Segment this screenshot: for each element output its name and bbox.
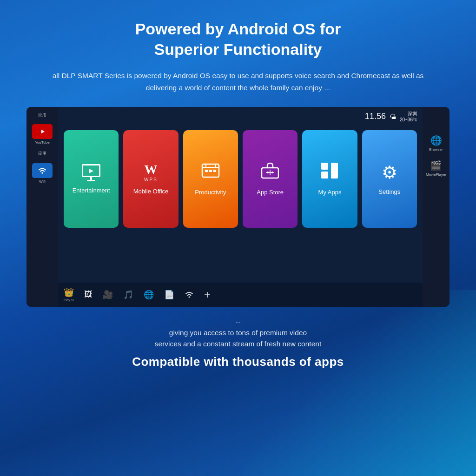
sidebar-app-browser[interactable]: 🌐 Browser (429, 135, 443, 152)
youtube-label: YouTube (35, 140, 49, 145)
app-card-app-store[interactable]: App Store (243, 130, 298, 228)
svg-rect-8 (209, 170, 212, 172)
wifi-label: Wifi (39, 179, 45, 184)
sidebar-app-youtube[interactable]: YouTube (26, 121, 58, 147)
sidebar-label-2: 应用 (26, 150, 58, 158)
svg-rect-18 (331, 167, 338, 178)
svg-point-19 (189, 296, 190, 298)
toolbar-music-icon[interactable]: 🎵 (123, 290, 133, 300)
app-grid: ▶ Entertainment W WPS Mobile Office (64, 130, 417, 228)
bottom-section: ... giving you access to tons of premium… (132, 317, 344, 370)
movieplayer-icon: 🎬 (430, 160, 442, 171)
right-sidebar: 🌐 Browser 🎬 MoviePlayer (423, 107, 450, 307)
time-weather: 11.56 🌤 深圳 20~36°c (365, 111, 417, 123)
tv-toolbar: 👑 Play Si 🖼 🎥 🎵 🌐 📄 + (26, 283, 450, 307)
play-store-icon: 👑 (64, 287, 74, 298)
toolbar-wifi-icon[interactable] (185, 291, 194, 299)
toolbar-video-icon[interactable]: 🎥 (103, 290, 113, 300)
sidebar-app-wifi[interactable]: Wifi (26, 160, 58, 186)
left-sidebar: 应用 YouTube 应用 (26, 107, 58, 307)
app-card-settings[interactable]: ⚙ Settings (362, 130, 417, 228)
browser-label: Browser (429, 147, 443, 152)
tv-inner: 应用 YouTube 应用 (26, 107, 450, 307)
movieplayer-label: MoviePlayer (426, 172, 446, 177)
app-store-icon (261, 162, 279, 183)
my-apps-label: My Apps (318, 189, 342, 196)
app-store-label: App Store (257, 189, 284, 196)
toolbar-add-icon[interactable]: + (204, 288, 211, 301)
toolbar-files-icon[interactable]: 📄 (164, 290, 174, 300)
tv-topbar: 11.56 🌤 深圳 20~36°c (26, 107, 450, 126)
entertainment-label: Entertainment (73, 187, 110, 194)
bottom-desc: giving you access to tons of premium vid… (155, 327, 321, 350)
entertainment-icon: ▶ (82, 164, 100, 181)
svg-point-2 (42, 172, 43, 173)
sidebar-app-movieplayer[interactable]: 🎬 MoviePlayer (426, 160, 446, 177)
svg-rect-15 (321, 163, 328, 170)
page-wrapper: Powered by Android OS for Superior Funct… (0, 0, 476, 383)
tv-main: ▶ Entertainment W WPS Mobile Office (26, 126, 450, 283)
tv-location: 深圳 20~36°c (400, 111, 417, 123)
mobile-office-label: Mobile Office (133, 188, 169, 195)
toolbar-browser-icon[interactable]: 🌐 (144, 290, 154, 300)
tv-time: 11.56 (365, 112, 386, 121)
wps-icon: W WPS (144, 163, 158, 182)
my-apps-icon (321, 162, 338, 183)
toolbar-gallery-icon[interactable]: 🖼 (84, 290, 93, 299)
app-card-mobile-office[interactable]: W WPS Mobile Office (123, 130, 178, 228)
browser-icon: 🌐 (430, 135, 442, 146)
tv-screen: 应用 YouTube 应用 (26, 107, 450, 307)
subtitle: all DLP SMART Series is powered by Andro… (45, 70, 431, 93)
productivity-label: Productivity (195, 189, 226, 196)
weather-icon: 🌤 (390, 113, 396, 120)
wifi-sidebar-icon (32, 163, 53, 178)
sidebar-label-1: 应用 (26, 112, 58, 119)
youtube-icon (32, 124, 53, 139)
bottom-highlight: Compatible with thousands of apps (132, 355, 344, 369)
svg-rect-7 (205, 170, 208, 172)
app-card-entertainment[interactable]: ▶ Entertainment (64, 130, 119, 228)
toolbar-play-store[interactable]: 👑 Play Si (64, 287, 74, 302)
productivity-icon (201, 162, 220, 183)
settings-icon: ⚙ (382, 162, 397, 183)
main-title: Powered by Android OS for Superior Funct… (135, 19, 341, 60)
app-card-productivity[interactable]: Productivity (183, 130, 238, 228)
settings-label: Settings (378, 188, 400, 195)
svg-rect-9 (213, 170, 216, 172)
app-card-my-apps[interactable]: My Apps (302, 130, 357, 228)
svg-rect-17 (321, 172, 328, 178)
dots-top: ... (235, 317, 241, 324)
